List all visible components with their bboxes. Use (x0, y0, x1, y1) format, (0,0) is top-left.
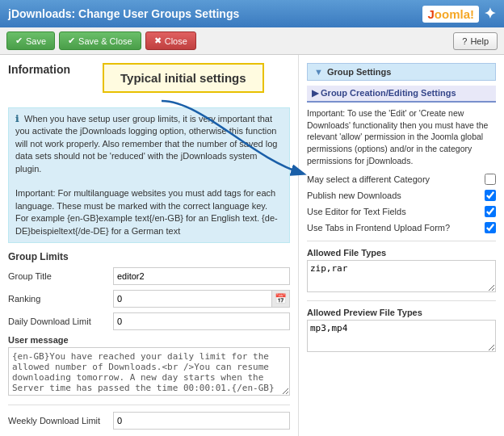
information-label: Information (8, 63, 70, 76)
group-limits-title: Group Limits (8, 251, 290, 262)
triangle-icon: ▼ (314, 67, 323, 77)
typical-badge: Typical initial settings (103, 63, 264, 93)
weekly-limit-label: Weekly Download Limit (8, 416, 113, 426)
info-box: ℹ When you have setup user group limits,… (8, 107, 290, 243)
checkbox-row-3: Use Tabs in Frontend Upload Form? (307, 221, 496, 234)
ranking-row: Ranking 📅 (8, 290, 290, 308)
allowed-file-types-textarea[interactable]: zip,rar (307, 260, 496, 292)
group-title-input[interactable] (113, 267, 290, 285)
toolbar-buttons: ✔ Save ✔ Save & Close ✖ Close (6, 31, 196, 50)
weekly-limit-input[interactable] (113, 412, 290, 430)
info-icon: ℹ (15, 114, 19, 124)
daily-limit-label: Daily Download Limit (8, 317, 113, 326)
group-creation-header: ▶ Group Creation/Editing Settings (307, 86, 496, 103)
save-close-icon: ✔ (68, 36, 75, 46)
checkbox-use-tabs[interactable] (485, 222, 496, 233)
allowed-preview-textarea[interactable]: mp3,mp4 (307, 320, 496, 352)
allowed-preview-label: Allowed Preview File Types (307, 308, 496, 317)
ranking-input-group: 📅 (113, 290, 290, 308)
help-section: ? Help (453, 32, 498, 50)
allowed-file-types-label: Allowed File Types (307, 248, 496, 258)
user-message-textarea-1[interactable]: {en-GB}You have reached your daily limit… (8, 347, 290, 396)
toolbar: ✔ Save ✔ Save & Close ✖ Close ? Help (0, 27, 504, 55)
save-icon: ✔ (15, 36, 23, 46)
save-button[interactable]: ✔ Save (6, 31, 55, 50)
main-content: Information Typical initial settings ℹ W… (0, 55, 504, 436)
save-close-button[interactable]: ✔ Save & Close (59, 31, 141, 50)
ranking-label: Ranking (8, 294, 113, 304)
user-message-label-1: User message (8, 335, 290, 345)
close-icon: ✖ (154, 36, 162, 46)
daily-limit-input[interactable] (113, 312, 290, 330)
help-button[interactable]: ? Help (453, 32, 498, 50)
joomla-star-icon: ✦ (484, 5, 496, 23)
help-icon: ? (462, 36, 467, 46)
group-title-label: Group Title (8, 271, 113, 281)
checkbox-different-category[interactable] (485, 174, 496, 185)
ranking-input[interactable] (113, 290, 272, 308)
group-settings-header: ▼ Group Settings (307, 63, 496, 81)
close-button[interactable]: ✖ Close (145, 31, 196, 50)
important-text: Important: For multilanguage websites yo… (15, 188, 278, 235)
joomla-logo: Joomla! ✦ (422, 5, 496, 23)
checkbox-use-editor[interactable] (485, 206, 496, 217)
weekly-limit-row: Weekly Download Limit (8, 412, 290, 430)
daily-limit-row: Daily Download Limit (8, 312, 290, 330)
page-title: jDownloads: Change User Groups Settings (8, 7, 239, 20)
checkbox-row-0: May select a different Category (307, 173, 496, 186)
checkbox-row-2: Use Editor for Text Fields (307, 205, 496, 218)
right-panel: ▼ Group Settings ▶ Group Creation/Editin… (299, 55, 504, 436)
ranking-calendar-icon[interactable]: 📅 (272, 290, 290, 308)
title-bar: jDownloads: Change User Groups Settings … (0, 0, 504, 27)
creation-expand-icon: ▶ (312, 88, 318, 98)
right-info-text: Important: To use the 'Edit' or 'Create … (307, 107, 496, 166)
left-panel: Information Typical initial settings ℹ W… (0, 55, 299, 436)
checkbox-publish-downloads[interactable] (485, 190, 496, 201)
checkbox-row-1: Publish new Downloads (307, 189, 496, 202)
group-title-row: Group Title (8, 267, 290, 285)
